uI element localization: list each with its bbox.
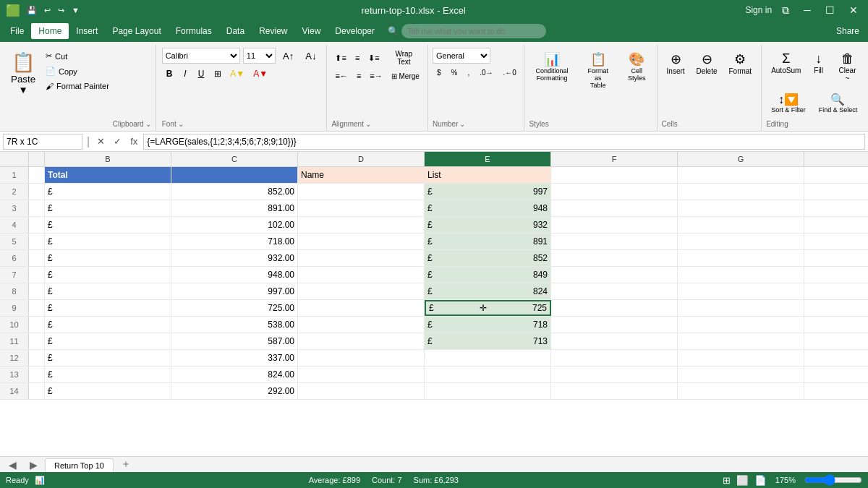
cell-c2[interactable]: 852.00	[171, 184, 298, 200]
cell-b1[interactable]: Total	[45, 167, 171, 183]
align-left-btn[interactable]: ≡←	[331, 69, 351, 82]
col-header-f[interactable]: F	[551, 152, 678, 166]
col-header-b[interactable]: B	[45, 152, 171, 166]
conditional-formatting-btn[interactable]: 📊 ConditionalFormatting	[529, 48, 574, 93]
cell-f1[interactable]	[551, 167, 678, 183]
close-btn[interactable]: ✕	[845, 3, 862, 17]
cell-c13[interactable]: 824.00	[171, 367, 298, 382]
cell-c1[interactable]	[171, 167, 298, 183]
font-decrease-btn[interactable]: A↓	[301, 48, 320, 64]
col-header-e[interactable]: E	[425, 152, 551, 166]
cell-e12[interactable]	[425, 350, 551, 366]
number-format-select[interactable]: General	[433, 48, 490, 64]
alignment-dialog-icon[interactable]: ⌄	[365, 120, 371, 128]
menu-file[interactable]: File	[3, 23, 31, 39]
menu-review[interactable]: Review	[252, 23, 294, 39]
format-as-table-btn[interactable]: 📋 Format asTable	[577, 48, 618, 93]
cell-b11[interactable]: £	[45, 333, 171, 349]
col-header-a[interactable]	[29, 152, 45, 166]
cell-f7[interactable]	[551, 267, 678, 283]
cell-f5[interactable]	[551, 234, 678, 249]
clipboard-dialog-icon[interactable]: ⌄	[145, 120, 151, 128]
currency-btn[interactable]: $	[433, 67, 446, 79]
cell-a4[interactable]	[29, 217, 45, 233]
paste-button[interactable]: 📋 Paste ▼	[4, 48, 42, 128]
cell-b5[interactable]: £	[45, 234, 171, 249]
fill-color-icon[interactable]: A▼	[227, 67, 247, 80]
cell-d2[interactable]	[298, 184, 425, 200]
zoom-slider[interactable]	[804, 474, 862, 486]
delete-cells-btn[interactable]: ⊖ Delete	[692, 48, 723, 79]
cell-d6[interactable]	[298, 250, 425, 266]
cell-c3[interactable]: 891.00	[171, 200, 298, 216]
row-num-9[interactable]: 9	[0, 300, 29, 316]
row-num-8[interactable]: 8	[0, 283, 29, 299]
cell-g3[interactable]	[678, 200, 804, 216]
cell-a7[interactable]	[29, 267, 45, 283]
sort-filter-button[interactable]: ↕🔽 Sort & Filter	[766, 89, 811, 117]
menu-insert[interactable]: Insert	[69, 23, 105, 39]
cell-g4[interactable]	[678, 217, 804, 233]
col-header-c[interactable]: C	[171, 152, 298, 166]
cell-g8[interactable]	[678, 283, 804, 299]
cell-g10[interactable]	[678, 317, 804, 333]
cell-g2[interactable]	[678, 184, 804, 200]
align-top-btn[interactable]: ⬆≡	[331, 48, 349, 68]
cell-c4[interactable]: 102.00	[171, 217, 298, 233]
cell-a5[interactable]	[29, 234, 45, 249]
cell-b12[interactable]: £	[45, 350, 171, 366]
cell-d7[interactable]	[298, 267, 425, 283]
cell-c14[interactable]: 292.00	[171, 383, 298, 399]
cell-g6[interactable]	[678, 250, 804, 266]
cell-e3[interactable]: £948	[425, 200, 551, 216]
formula-cancel-btn[interactable]: ✕	[94, 134, 108, 148]
decimal-increase-btn[interactable]: .0→	[475, 67, 497, 79]
cell-b3[interactable]: £	[45, 200, 171, 216]
formula-input[interactable]	[143, 134, 865, 150]
cell-c9[interactable]: 725.00	[171, 300, 298, 316]
add-sheet-btn[interactable]: ＋	[115, 456, 137, 472]
cell-a6[interactable]	[29, 250, 45, 266]
clear-button[interactable]: 🗑 Clear ~	[831, 48, 864, 86]
qa-undo-btn[interactable]: ↩	[42, 4, 53, 17]
autosum-button[interactable]: Σ AutoSum	[766, 48, 806, 78]
format-painter-button[interactable]: 🖌 Format Painter	[42, 80, 113, 93]
cell-a9[interactable]	[29, 300, 45, 316]
cell-e4[interactable]: £932	[425, 217, 551, 233]
sheet-scroll-left-btn[interactable]: ◀	[3, 458, 22, 472]
cell-f3[interactable]	[551, 200, 678, 216]
cell-a14[interactable]	[29, 383, 45, 399]
row-num-11[interactable]: 11	[0, 333, 29, 349]
menu-view[interactable]: View	[295, 23, 328, 39]
cell-f12[interactable]	[551, 350, 678, 366]
sheet-scroll-right-btn[interactable]: ▶	[24, 458, 43, 472]
menu-data[interactable]: Data	[219, 23, 252, 39]
decimal-decrease-btn[interactable]: .←0	[499, 67, 521, 79]
menu-formulas[interactable]: Formulas	[169, 23, 219, 39]
cell-e14[interactable]	[425, 383, 551, 399]
cell-c8[interactable]: 997.00	[171, 283, 298, 299]
restore-down-btn[interactable]: ⧉	[778, 3, 793, 18]
share-label[interactable]: Share	[836, 26, 859, 36]
cell-f13[interactable]	[551, 367, 678, 382]
menu-page-layout[interactable]: Page Layout	[105, 23, 168, 39]
menu-home[interactable]: Home	[31, 23, 69, 39]
underline-button[interactable]: U	[194, 67, 209, 81]
cell-b7[interactable]: £	[45, 267, 171, 283]
font-color-icon[interactable]: A▼	[250, 67, 271, 80]
normal-view-btn[interactable]: ⊞	[723, 475, 731, 486]
align-center-btn[interactable]: ≡	[353, 69, 365, 82]
cell-b9[interactable]: £	[45, 300, 171, 316]
cell-e5[interactable]: £891	[425, 234, 551, 249]
cell-e10[interactable]: £718	[425, 317, 551, 333]
col-header-d[interactable]: D	[298, 152, 425, 166]
row-num-1[interactable]: 1	[0, 167, 29, 183]
cell-a3[interactable]	[29, 200, 45, 216]
font-dialog-icon[interactable]: ⌄	[178, 120, 184, 128]
cell-d11[interactable]	[298, 333, 425, 349]
formula-insert-fn-btn[interactable]: fx	[127, 134, 140, 148]
cell-a1[interactable]	[29, 167, 45, 183]
row-num-7[interactable]: 7	[0, 267, 29, 283]
cell-b6[interactable]: £	[45, 250, 171, 266]
cell-g11[interactable]	[678, 333, 804, 349]
